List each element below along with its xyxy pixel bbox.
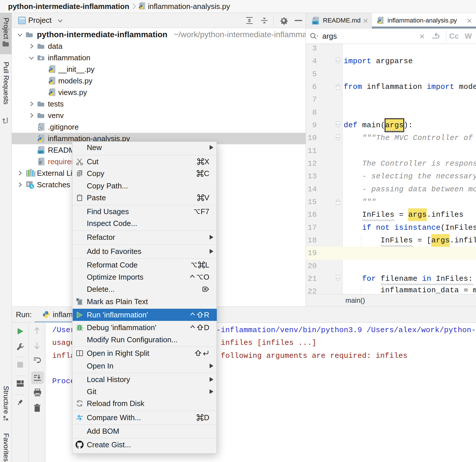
- svg-text:MD: MD: [313, 21, 318, 25]
- svg-text:MD: MD: [39, 150, 44, 154]
